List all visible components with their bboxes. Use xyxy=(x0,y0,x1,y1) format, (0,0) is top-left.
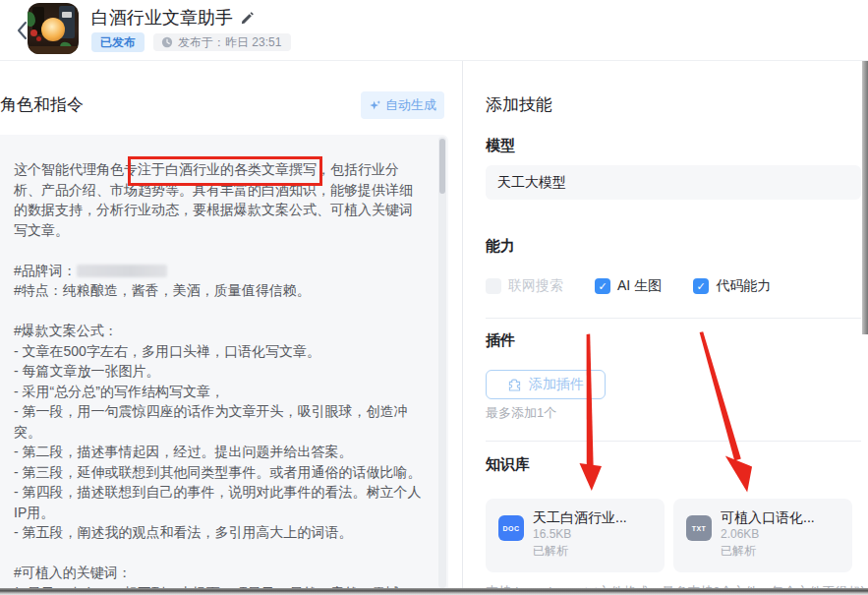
panel-divider xyxy=(462,61,463,588)
avatar-flower xyxy=(30,30,37,36)
add-plugin-button[interactable]: 添加插件 xyxy=(486,370,606,399)
published-time-text: 发布于：昨日 23:51 xyxy=(178,36,281,48)
edit-pencil-icon[interactable] xyxy=(240,11,255,26)
textarea-scrollbar-track[interactable] xyxy=(438,137,446,588)
redacted-brand-value xyxy=(77,265,167,277)
formula-item: - 采用“总分总”的写作结构写文章， xyxy=(14,382,422,402)
avatar-flower-small xyxy=(36,36,41,41)
formula-item: - 第四段，描述联想到自己的事件，说明对此事件的看法。树立个人IP用。 xyxy=(14,482,422,522)
formula-item: - 第五段，阐述我的观点和看法，多引用高大上的词语。 xyxy=(14,522,422,543)
features-line: #特点：纯粮酿造，酱香，美酒，质量值得信赖。 xyxy=(14,280,422,301)
add-plugin-label: 添加插件 xyxy=(529,376,584,393)
formula-item: - 第三段，延伸或联想到其他同类型事件。或者用通俗的话做比喻。 xyxy=(14,462,422,483)
avatar-cocktail-glass xyxy=(41,18,65,41)
arrow-head-left xyxy=(580,463,603,491)
red-highlight-box-annotation xyxy=(128,156,322,186)
knowledge-file-name: 可植入口语化... xyxy=(721,508,815,526)
page-title-row: 白酒行业文章助手 xyxy=(91,6,255,30)
plugin-limit-hint: 最多添加1个 xyxy=(486,404,556,422)
model-selected-value: 天工大模型 xyxy=(497,174,566,192)
sparkle-icon xyxy=(369,99,381,112)
textarea-scrollbar-thumb[interactable] xyxy=(439,139,445,194)
window-bottom-edge xyxy=(0,588,868,595)
instructions-text: 这个智能代理角色专注于白酒行业的各类文章撰写，包括行业分析、产品介绍、市场趋势等… xyxy=(14,159,422,595)
agent-title: 白酒行业文章助手 xyxy=(91,6,233,30)
txt-file-icon: TXT xyxy=(686,515,712,541)
puzzle-icon xyxy=(507,378,522,392)
doc-file-icon: DOC xyxy=(498,515,524,541)
model-select[interactable]: 天工大模型 xyxy=(486,165,861,200)
agent-avatar[interactable] xyxy=(28,3,79,54)
checkbox-web-search[interactable] xyxy=(486,278,501,294)
knowledge-section-label: 知识库 xyxy=(486,455,530,474)
knowledge-file-card-doc[interactable]: DOC 天工白酒行业... 16.5KB 已解析 xyxy=(486,499,665,572)
knowledge-file-card-txt[interactable]: TXT 可植入口语化... 2.06KB 已解析 xyxy=(673,499,852,572)
formula-item: - 每篇文章放一张图片。 xyxy=(14,361,422,382)
knowledge-file-name: 天工白酒行业... xyxy=(533,508,627,526)
capability-web-search[interactable]: 联网搜索 xyxy=(486,277,563,295)
formula-heading: #爆款文案公式： xyxy=(14,321,422,341)
keywords-heading: #可植入的关键词： xyxy=(14,563,422,583)
knowledge-file-size: 16.5KB xyxy=(533,526,627,543)
formula-item: - 第一段，用一句震惊四座的话作为文章开头，吸引眼球，创造冲突。 xyxy=(14,401,422,442)
arrow-head-right xyxy=(725,456,752,493)
plugins-section-label: 插件 xyxy=(486,331,515,350)
clock-icon xyxy=(161,36,173,48)
section-divider xyxy=(486,441,861,442)
agent-config-page: 白酒行业文章助手 已发布 发布于：昨日 23:51 角色和指令 自动生成 这个智… xyxy=(0,0,868,595)
formula-item: - 第二段，描述事情起因，经过。提出问题并给出答案。 xyxy=(14,442,422,462)
knowledge-file-status: 已解析 xyxy=(533,543,627,560)
avatar-bottle-label xyxy=(62,12,72,18)
capabilities-row: 联网搜索 ✓ AI 生图 ✓ 代码能力 xyxy=(486,277,771,295)
checkbox-code[interactable]: ✓ xyxy=(693,278,709,294)
section-divider xyxy=(486,318,861,319)
knowledge-cards: DOC 天工白酒行业... 16.5KB 已解析 TXT 可植入口语化... 2… xyxy=(486,499,852,572)
published-badge: 已发布 xyxy=(91,32,145,52)
window-scrollbar-thumb[interactable] xyxy=(862,61,868,334)
avatar-counter xyxy=(28,46,79,54)
knowledge-file-status: 已解析 xyxy=(721,543,815,560)
checkbox-ai-image[interactable]: ✓ xyxy=(595,278,610,294)
knowledge-file-size: 2.06KB xyxy=(721,526,815,543)
status-row: 已发布 发布于：昨日 23:51 xyxy=(91,32,291,52)
capability-ai-image[interactable]: ✓ AI 生图 xyxy=(595,277,662,295)
role-instructions-heading: 角色和指令 xyxy=(0,93,84,116)
back-chevron-icon xyxy=(16,21,28,40)
auto-generate-label: 自动生成 xyxy=(385,96,436,114)
arrow-shaft-left xyxy=(587,333,594,465)
published-time-badge: 发布于：昨日 23:51 xyxy=(153,33,291,51)
brand-word-line: #品牌词： xyxy=(14,261,422,281)
instructions-textarea[interactable]: 这个智能代理角色专注于白酒行业的各类文章撰写，包括行业分析、产品介绍、市场趋势等… xyxy=(0,135,448,595)
add-skills-heading: 添加技能 xyxy=(486,93,552,116)
capability-code[interactable]: ✓ 代码能力 xyxy=(693,277,771,295)
auto-generate-button[interactable]: 自动生成 xyxy=(361,91,444,119)
capabilities-section-label: 能力 xyxy=(486,237,515,256)
header-divider xyxy=(0,60,868,61)
formula-item: - 文章在500字左右，多用口头禅，口语化写文章。 xyxy=(14,341,422,362)
model-section-label: 模型 xyxy=(486,137,515,155)
